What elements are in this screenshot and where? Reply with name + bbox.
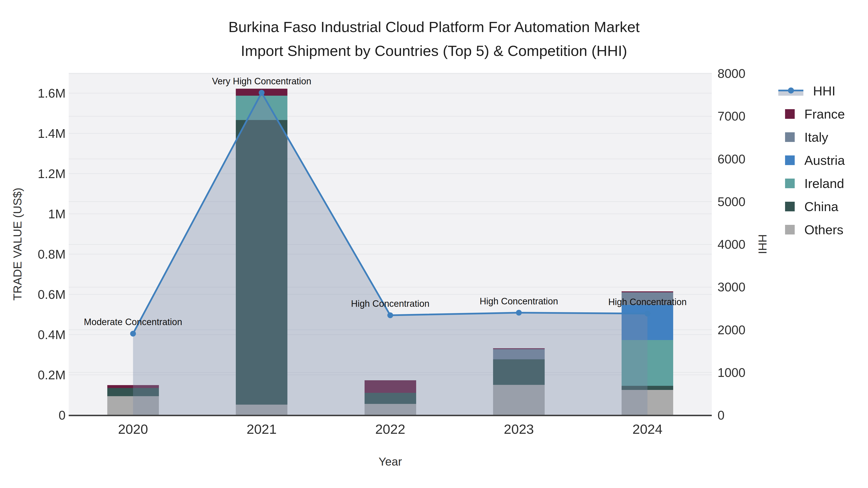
legend-item-ireland[interactable]: Ireland [778,176,844,191]
right-tick-1000: 1000 [717,365,745,380]
left-axis-title: TRADE VALUE (US$) [11,188,24,300]
ireland-swatch [785,178,795,188]
hhi-marker-2022 [388,312,393,318]
right-tick-7000: 7000 [717,109,745,123]
chart-title-line2: Import Shipment by Countries (Top 5) & C… [0,39,868,63]
france-swatch [785,109,795,119]
legend-item-china[interactable]: China [778,199,838,214]
hhi-marker-2023 [516,310,522,316]
hhi-marker-swatch [788,88,794,94]
x-tick-2024: 2024 [632,421,662,437]
legend-label-china: China [804,199,838,214]
legend-item-austria[interactable]: Austria [778,153,845,168]
legend-label-italy: Italy [804,130,828,144]
hhi-marker-2020 [130,331,136,336]
chart-canvas: Moderate ConcentrationVery High Concentr… [0,0,868,488]
left-tick-1.4M: 1.4M [5,126,66,141]
annotation-2024: High Concentration [608,297,687,307]
x-axis-title: Year [378,455,402,468]
left-tick-1.6M: 1.6M [5,86,66,100]
legend-label-ireland: Ireland [804,176,844,191]
right-tick-5000: 5000 [717,194,745,209]
right-tick-4000: 4000 [717,237,745,252]
others-swatch [785,225,795,234]
hhi-marker-2021 [259,90,265,96]
annotation-2021: Very High Concentration [212,76,311,86]
legend-item-hhi[interactable]: HHI [778,84,835,98]
right-tick-3000: 3000 [717,280,745,294]
x-tick-2020: 2020 [118,421,148,437]
legend-item-others[interactable]: Others [778,222,843,237]
left-tick-1.2M: 1.2M [5,166,66,181]
hhi-legend-sample [778,86,803,96]
right-tick-6000: 6000 [717,152,745,166]
x-tick-2023: 2023 [504,421,534,437]
legend-item-italy[interactable]: Italy [778,130,828,144]
legend-label-france: France [804,106,845,122]
annotation-2022: High Concentration [351,299,429,309]
x-tick-2022: 2022 [375,421,405,437]
x-axis-line [69,415,712,416]
chart-title-line1: Burkina Faso Industrial Cloud Platform F… [0,15,868,39]
right-tick-2000: 2000 [717,323,745,337]
annotation-2023: High Concentration [479,296,558,306]
hhi-area-fill [133,93,648,415]
hhi-marker-2024 [645,311,650,317]
x-tick-2021: 2021 [247,421,277,437]
right-tick-0: 0 [717,408,724,422]
chart-title: Burkina Faso Industrial Cloud Platform F… [0,15,868,63]
austria-swatch [785,156,795,165]
legend-label-hhi: HHI [813,84,835,98]
left-tick-0.4M: 0.4M [5,327,66,342]
legend-label-austria: Austria [804,153,845,168]
annotation-2020: Moderate Concentration [84,317,182,327]
italy-swatch [785,132,795,142]
legend-item-france[interactable]: France [778,106,845,122]
left-tick-0: 0 [5,408,66,422]
china-swatch [785,202,795,212]
right-axis-title: HHI [756,234,769,254]
right-tick-8000: 8000 [717,66,745,81]
left-tick-0.2M: 0.2M [5,368,66,382]
legend-label-others: Others [804,222,843,237]
